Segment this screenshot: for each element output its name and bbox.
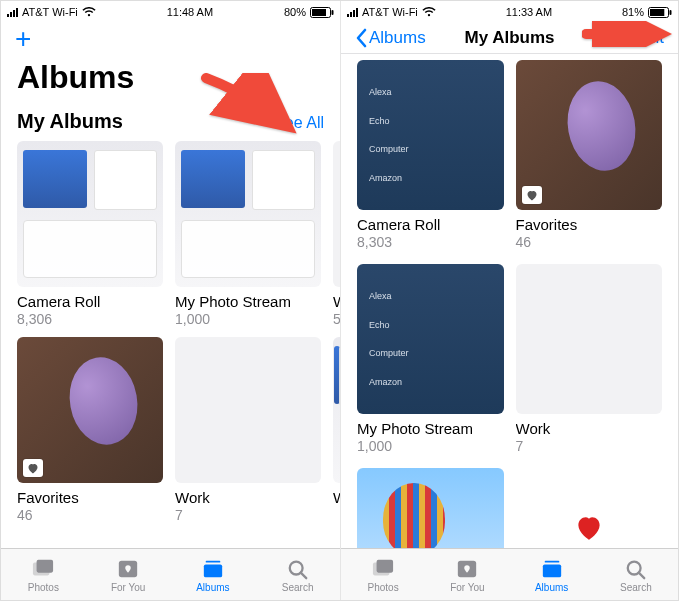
heart-icon	[257, 156, 310, 209]
tab-search[interactable]: Search	[594, 549, 678, 601]
album-name: Camera Roll	[17, 293, 163, 310]
tab-label: Albums	[196, 582, 229, 593]
album-name: My Photo Stream	[357, 420, 504, 437]
page-title: Albums	[1, 55, 340, 106]
tab-label: Photos	[28, 582, 59, 593]
status-bar: AT&T Wi-Fi 11:33 AM 81%	[341, 1, 678, 21]
tab-label: Photos	[368, 582, 399, 593]
svg-rect-2	[332, 10, 334, 15]
album-misc-1[interactable]	[357, 468, 504, 548]
album-peek[interactable]: W	[333, 337, 340, 523]
favorite-heart-icon	[23, 459, 43, 477]
tab-label: Albums	[535, 582, 568, 593]
tab-albums[interactable]: Albums	[510, 549, 594, 601]
album-name: Favorites	[17, 489, 163, 506]
album-name: Work	[175, 489, 321, 506]
album-thumb	[333, 337, 340, 483]
album-thumb: AlexaEchoComputerAmazon	[357, 264, 504, 414]
album-name: W	[333, 293, 340, 310]
svg-rect-17	[542, 564, 560, 577]
clock-text: 11:48 AM	[96, 6, 284, 18]
albums-icon	[200, 558, 226, 580]
nav-bar: Albums My Albums Edit	[341, 21, 678, 53]
tab-label: For You	[450, 582, 484, 593]
album-count: 7	[175, 507, 321, 523]
nav-bar: +	[1, 21, 340, 55]
back-label: Albums	[369, 28, 426, 48]
album-count: 5	[333, 311, 340, 327]
section-title: My Albums	[17, 110, 123, 133]
battery-percent: 80%	[284, 6, 306, 18]
album-count: 46	[17, 507, 163, 523]
heart-icon	[559, 498, 618, 548]
screen-my-albums: AT&T Wi-Fi 11:33 AM 81% Albums My Albums…	[340, 1, 678, 601]
album-thumb	[17, 337, 163, 483]
back-button[interactable]: Albums	[355, 28, 426, 48]
tab-photos[interactable]: Photos	[341, 549, 425, 601]
album-grid: AlexaEchoComputerAmazon Camera Roll 8,30…	[341, 54, 678, 548]
svg-rect-4	[37, 560, 54, 573]
album-misc-2[interactable]	[516, 468, 663, 548]
album-peek[interactable]: W 5	[333, 141, 340, 327]
tab-bar: Photos For You Albums Search	[341, 548, 678, 601]
see-all-link[interactable]: See All	[274, 114, 324, 132]
album-grid-scroll[interactable]: AlexaEchoComputerAmazon Camera Roll 8,30…	[341, 54, 678, 548]
tab-label: Search	[620, 582, 652, 593]
album-name: My Photo Stream	[175, 293, 321, 310]
album-favorites[interactable]: Favorites 46	[17, 337, 163, 523]
album-my-photo-stream[interactable]: My Photo Stream 1,000	[175, 141, 321, 327]
album-thumb	[175, 337, 321, 483]
status-bar: AT&T Wi-Fi 11:48 AM 80%	[1, 1, 340, 21]
svg-line-19	[639, 573, 645, 579]
battery-icon	[310, 7, 334, 18]
svg-line-9	[300, 573, 306, 579]
svg-rect-1	[312, 9, 326, 16]
screen-albums-root: AT&T Wi-Fi 11:48 AM 80% + Albums My Albu…	[1, 1, 340, 601]
signal-icon	[7, 8, 18, 17]
album-thumb	[333, 141, 340, 287]
album-thumb	[17, 141, 163, 287]
photos-icon	[370, 558, 396, 580]
favorite-heart-icon	[522, 186, 542, 204]
album-camera-roll[interactable]: AlexaEchoComputerAmazon Camera Roll 8,30…	[357, 60, 504, 250]
albums-icon	[539, 558, 565, 580]
battery-icon	[648, 7, 672, 18]
album-count: 1,000	[175, 311, 321, 327]
album-name: Camera Roll	[357, 216, 504, 233]
tab-foryou[interactable]: For You	[86, 549, 171, 601]
edit-button[interactable]: Edit	[635, 28, 664, 48]
album-thumb: AlexaEchoComputerAmazon	[357, 60, 504, 210]
tab-label: Search	[282, 582, 314, 593]
add-button[interactable]: +	[15, 27, 31, 51]
carrier-text: AT&T Wi-Fi	[362, 6, 418, 18]
album-count: 8,303	[357, 234, 504, 250]
tab-albums[interactable]: Albums	[171, 549, 256, 601]
album-scroll[interactable]: Camera Roll 8,306 My Photo Stream 1,000 …	[1, 141, 340, 548]
tab-photos[interactable]: Photos	[1, 549, 86, 601]
album-thumb	[175, 141, 321, 287]
svg-rect-14	[377, 560, 394, 573]
album-camera-roll[interactable]: Camera Roll 8,306	[17, 141, 163, 327]
album-count: 1,000	[357, 438, 504, 454]
foryou-icon	[454, 558, 480, 580]
wifi-icon	[82, 7, 96, 17]
foryou-icon	[115, 558, 141, 580]
album-work[interactable]: Work 7	[175, 337, 321, 523]
wifi-icon	[422, 7, 436, 17]
album-thumb	[357, 468, 504, 548]
album-row-1: Camera Roll 8,306 My Photo Stream 1,000 …	[1, 141, 340, 337]
album-favorites[interactable]: Favorites 46	[516, 60, 663, 250]
album-count: 46	[516, 234, 663, 250]
album-name: W	[333, 489, 340, 506]
tab-search[interactable]: Search	[255, 549, 340, 601]
album-name: Favorites	[516, 216, 663, 233]
chevron-left-icon	[355, 28, 367, 48]
tab-foryou[interactable]: For You	[425, 549, 509, 601]
section-header: My Albums See All	[1, 106, 340, 141]
tab-bar: Photos For You Albums Search	[1, 548, 340, 601]
album-work[interactable]: Work 7	[516, 264, 663, 454]
album-my-photo-stream[interactable]: AlexaEchoComputerAmazon My Photo Stream …	[357, 264, 504, 454]
album-count: 8,306	[17, 311, 163, 327]
search-icon	[285, 558, 311, 580]
heart-icon	[99, 156, 152, 209]
